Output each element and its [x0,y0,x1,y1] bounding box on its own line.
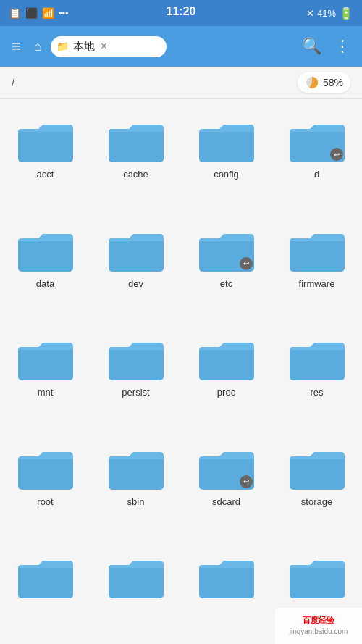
folder-svg-data [17,225,75,275]
folder-svg-acct [17,116,75,165]
svg-rect-11 [199,347,254,380]
file-label-root: root [37,496,53,507]
file-label-cache: cache [123,169,148,180]
file-item-root[interactable]: root [0,433,90,543]
screenshot-icon: ⬛ [25,7,38,19]
file-item-empty [181,542,272,637]
folder-svg-mnt [17,334,75,383]
svg-rect-13 [18,456,73,490]
file-label-etc: etc [220,278,232,289]
file-item-mnt[interactable]: mnt [0,324,90,433]
file-item-acct[interactable]: acct [0,106,90,215]
svg-rect-20 [290,565,345,598]
file-item-storage[interactable]: storage [272,433,362,543]
file-item-empty [0,542,90,637]
file-item-d[interactable]: ↩ d [272,106,362,215]
file-label-persist: persist [122,387,149,398]
nav-tab[interactable]: 📁 本地 × [51,36,167,57]
file-label-res: res [310,387,323,398]
folder-icon-wrapper [17,116,75,165]
home-icon[interactable]: ⌂ [30,35,46,59]
folder-icon-wrapper [17,225,75,275]
menu-icon[interactable]: ≡ [7,33,25,60]
path-bar: / 58% [0,67,362,99]
folder-link-badge: ↩ [330,148,343,161]
file-item-empty [90,542,181,637]
svg-rect-18 [109,565,164,598]
storage-badge: 58% [298,72,350,93]
folder-svg-storage [288,443,346,493]
folder-icon-wrapper [17,334,75,383]
folder-link-badge: ↩ [240,257,253,270]
svg-rect-16 [290,456,345,490]
file-item-data[interactable]: data [0,215,90,325]
folder-link-badge: ↩ [240,475,253,488]
file-item-firmware[interactable]: firmware [272,215,362,325]
folder-svg-res [288,334,346,383]
more-icon[interactable]: ⋮ [330,33,355,60]
svg-rect-12 [290,347,345,380]
file-label-acct: acct [37,169,54,180]
folder-svg-dev [107,225,165,275]
folder-icon-wrapper [107,225,165,275]
dots-icon: ••• [59,8,69,19]
svg-rect-2 [109,129,164,162]
file-item-proc[interactable]: proc [181,324,272,433]
signal-cross-icon: ✕ [306,8,314,19]
folder-icon-wrapper [107,334,165,383]
folder-icon-wrapper [107,116,165,165]
svg-rect-17 [18,565,73,598]
svg-rect-8 [290,238,345,272]
folder-icon-wrapper [198,334,256,383]
file-label-firmware: firmware [299,278,335,289]
file-item-persist[interactable]: persist [90,324,181,433]
folder-svg-firmware [288,225,346,275]
file-label-proc: proc [217,387,235,398]
svg-rect-9 [18,347,73,380]
file-item-etc[interactable]: ↩ etc [181,215,272,325]
status-icons-left: 📋 ⬛ 📶 ••• [9,7,69,19]
nav-tab-label: 本地 [73,40,95,54]
file-label-config: config [214,169,239,180]
watermark-line1: 百度经验 [290,615,348,626]
file-item-cache[interactable]: cache [90,106,181,215]
file-item-dev[interactable]: dev [90,215,181,325]
folder-icon-wrapper [288,225,346,275]
file-item-res[interactable]: res [272,324,362,433]
nav-tab-folder-icon: 📁 [56,41,69,52]
file-item-config[interactable]: config [181,106,272,215]
folder-icon-wrapper [17,443,75,493]
battery-text: 41% [317,8,336,19]
file-label-dev: dev [128,278,143,289]
folder-svg-sbin [107,443,165,493]
file-label-sdcard: sdcard [212,496,240,507]
status-time: 11:20 [167,5,196,18]
folder-icon-wrapper: ↩ [198,225,256,275]
svg-rect-5 [18,238,73,272]
svg-rect-1 [18,129,73,162]
file-item-sdcard[interactable]: ↩ sdcard [181,433,272,543]
folder-svg-config [198,116,256,165]
svg-rect-3 [199,129,254,162]
svg-rect-6 [109,238,164,272]
storage-pie-chart [305,75,319,90]
status-bar: 📋 ⬛ 📶 ••• 11:20 ✕ 41% 🔋 [0,0,362,26]
folder-icon-wrapper [288,443,346,493]
file-label-d: d [314,169,319,180]
folder-svg-proc [198,334,256,383]
status-icons-right: ✕ 41% 🔋 [306,7,353,20]
file-label-data: data [36,278,54,289]
file-label-storage: storage [301,496,332,507]
storage-percent: 58% [323,77,343,88]
file-item-sbin[interactable]: sbin [90,433,181,543]
svg-rect-14 [109,456,164,490]
file-grid: acct cache config ↩ [0,99,362,644]
svg-rect-10 [109,347,164,380]
notification-icon: 📋 [9,7,21,19]
search-icon[interactable]: 🔍 [298,33,326,60]
nav-tab-close-icon[interactable]: × [101,40,107,53]
wifi-icon: 📶 [42,7,54,19]
folder-icon-wrapper: ↩ [288,116,346,165]
folder-svg-root [17,443,75,493]
folder-svg-cache [107,116,165,165]
